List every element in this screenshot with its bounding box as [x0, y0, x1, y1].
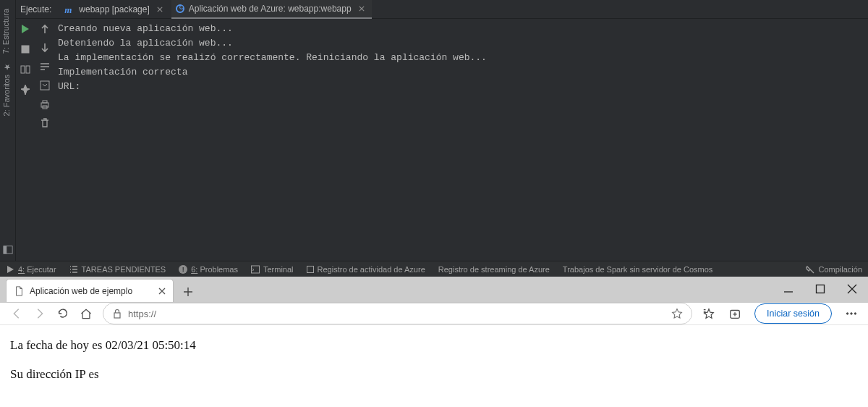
sidebar-label-favoritos: 2: Favoritos [2, 75, 11, 116]
more-icon[interactable] [845, 307, 858, 320]
svg-rect-13 [114, 313, 120, 318]
svg-point-15 [846, 313, 848, 315]
collections-icon[interactable] [728, 307, 741, 320]
svg-rect-6 [41, 81, 49, 90]
bb-compilacion[interactable]: Compilación [806, 265, 862, 274]
hammer-icon [806, 265, 814, 274]
favorites-icon[interactable] [702, 307, 715, 320]
console-line: Implementación correcta [55, 65, 868, 80]
layout-icon[interactable] [20, 64, 31, 75]
url-text: https:// [128, 309, 156, 319]
bb-label: TAREAS PENDIENTES [82, 265, 166, 274]
svg-marker-10 [7, 266, 14, 273]
bb-label: Ejecutar [27, 265, 56, 274]
refresh-icon[interactable] [56, 307, 69, 320]
address-bar[interactable]: https:// [103, 303, 692, 324]
problems-icon: ! [179, 265, 187, 274]
tab-webapp-package[interactable]: m webapp [package] [60, 0, 169, 19]
square-icon [307, 266, 314, 273]
console-line: Deteniendo la aplicación web... [55, 36, 868, 51]
browser-right-icons: Iniciar sesión [702, 303, 858, 324]
forward-icon[interactable] [33, 307, 46, 320]
svg-rect-4 [21, 66, 25, 73]
lock-icon [112, 309, 122, 319]
tool-window-icon[interactable] [3, 245, 13, 255]
azure-icon [176, 4, 184, 13]
bb-spark[interactable]: Trabajos de Spark sin servidor de Cosmos [563, 265, 712, 274]
bb-terminal[interactable]: Terminal [251, 265, 294, 274]
run-toolbar-primary [16, 19, 35, 261]
arrow-down-icon[interactable] [39, 42, 51, 54]
bb-ejecutar[interactable]: 4: Ejecutar [6, 265, 56, 274]
trash-icon[interactable] [39, 117, 51, 129]
maximize-icon[interactable] [814, 283, 826, 295]
bb-label: Registro de actividad de Azure [318, 265, 425, 274]
back-icon[interactable] [10, 307, 23, 320]
bb-label: Terminal [263, 265, 294, 274]
close-icon[interactable] [157, 7, 163, 12]
maven-icon: m [64, 4, 75, 14]
browser-toolbar: https:// Iniciar sesión [0, 303, 868, 325]
console-line: La implementación se realizó correctamen… [55, 51, 868, 65]
print-icon[interactable] [39, 98, 51, 110]
bb-label: Problemas [200, 265, 238, 274]
new-tab-button[interactable] [178, 282, 198, 302]
bb-num: 4: [18, 265, 25, 274]
run-icon[interactable] [20, 23, 31, 35]
svg-rect-8 [43, 101, 47, 103]
browser-tab[interactable]: Aplicación web de ejemplo [6, 279, 174, 302]
star-outline-icon[interactable] [671, 308, 683, 319]
run-label: Ejecute: [20, 4, 51, 14]
star-icon: ★ [1, 62, 11, 72]
ide-panel: 7: Estructura 2: Favoritos ★ Ejecute: m … [0, 0, 868, 277]
close-icon[interactable] [158, 288, 166, 295]
browser-tab-strip: Aplicación web de ejemplo [0, 277, 868, 303]
login-button[interactable]: Iniciar sesión [754, 303, 832, 324]
bb-label: Registro de streaming de Azure [438, 265, 550, 274]
bb-tareas[interactable]: TAREAS PENDIENTES [69, 265, 166, 274]
svg-marker-2 [22, 25, 29, 33]
terminal-icon [251, 265, 260, 274]
svg-rect-3 [22, 46, 29, 53]
sidebar-item-estructura[interactable]: 7: Estructura [0, 4, 12, 58]
stop-icon[interactable] [20, 43, 31, 55]
page-icon [14, 286, 24, 296]
run-tool-window: Ejecute: m webapp [package] Aplicación w… [16, 0, 868, 261]
close-icon[interactable] [359, 6, 365, 12]
svg-rect-12 [817, 285, 825, 293]
browser-tab-title: Aplicación web de ejemplo [30, 286, 132, 296]
list-icon [69, 265, 78, 274]
tab-label: Aplicación web de Azure: webapp:webapp [189, 4, 352, 14]
soft-wrap-icon[interactable] [39, 61, 51, 72]
svg-rect-1 [3, 246, 6, 254]
window-close-icon[interactable] [846, 283, 858, 295]
browser-window: Aplicación web de ejemplo https:// Inici… [0, 277, 868, 407]
bb-num: 6: [191, 265, 197, 274]
tab-azure-webapp[interactable]: Aplicación web de Azure: webapp:webapp [171, 0, 372, 19]
plus-icon [183, 287, 193, 297]
pin-icon[interactable] [20, 84, 31, 96]
tab-label: webapp [package] [79, 4, 149, 14]
minimize-icon[interactable] [783, 283, 794, 295]
svg-rect-11 [251, 266, 259, 273]
page-date-line: La fecha de hoy es 02/03/21 05:50:14 [10, 338, 858, 353]
ide-bottom-bar: 4: Ejecutar TAREAS PENDIENTES ! 6: Probl… [0, 261, 868, 277]
bb-registro-actividad[interactable]: Registro de actividad de Azure [307, 265, 425, 274]
svg-point-16 [851, 313, 853, 315]
play-icon [6, 265, 14, 274]
scroll-to-end-icon[interactable] [39, 80, 51, 91]
home-icon[interactable] [80, 307, 93, 320]
console-output: Creando nueva aplicación web... Detenien… [55, 19, 868, 261]
page-content: La fecha de hoy es 02/03/21 05:50:14 Su … [0, 325, 868, 407]
bb-registro-streaming[interactable]: Registro de streaming de Azure [438, 265, 550, 274]
bb-label: Compilación [818, 265, 862, 274]
ide-left-sidebar: 7: Estructura 2: Favoritos ★ [0, 0, 16, 261]
console-line: Creando nueva aplicación web... [55, 22, 868, 36]
arrow-up-icon[interactable] [39, 23, 51, 35]
bb-problemas[interactable]: ! 6: Problemas [179, 265, 238, 274]
sidebar-item-favoritos[interactable]: 2: Favoritos ★ [0, 58, 12, 120]
bb-label: Trabajos de Spark sin servidor de Cosmos [563, 265, 712, 274]
console-line: URL: [55, 80, 868, 94]
page-ip-line: Su dirección IP es [10, 367, 858, 382]
svg-point-17 [854, 313, 856, 315]
